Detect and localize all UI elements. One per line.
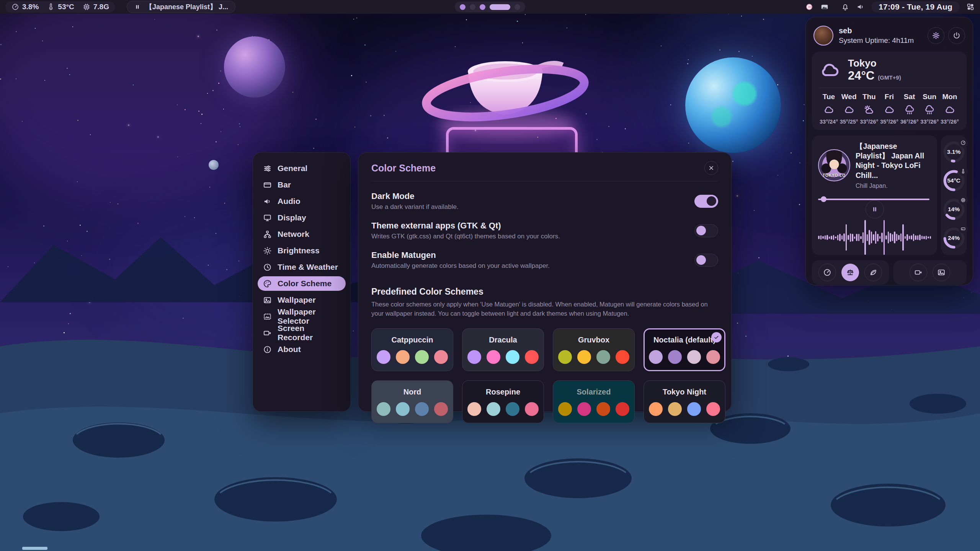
visualizer-bar bbox=[822, 236, 824, 239]
color-dot bbox=[506, 402, 519, 416]
workspace-dot-3[interactable] bbox=[480, 4, 485, 10]
visualizer-bar bbox=[888, 231, 889, 243]
visualizer-bar bbox=[898, 235, 900, 240]
toggle-description: Writes GTK (gtk.css) and Qt (qt6ct) them… bbox=[371, 233, 560, 240]
clock[interactable]: 17:09 - Tue, 19 Aug bbox=[872, 1, 959, 13]
sidebar-item-screen-recorder[interactable]: Screen Recorder bbox=[258, 326, 346, 340]
visualizer-bar bbox=[835, 236, 836, 239]
scheme-name: Dracula bbox=[489, 336, 517, 344]
profile-balanced-button[interactable] bbox=[841, 264, 859, 281]
progress-track bbox=[818, 199, 929, 200]
visualizer-bar bbox=[858, 234, 860, 241]
color-dot bbox=[396, 350, 410, 364]
weather-card: Tokyo 24°C (GMT+9) Tue33°/24°Wed35°/25°T… bbox=[812, 52, 967, 130]
bell-icon[interactable] bbox=[841, 3, 849, 11]
enable-matugen-toggle[interactable] bbox=[694, 254, 718, 267]
color-dot bbox=[487, 350, 500, 364]
scheme-card-rosepine[interactable]: Rosepine bbox=[462, 380, 544, 423]
sidebar-item-time-weather[interactable]: Time & Weather bbox=[258, 260, 346, 274]
screen-recorder-button[interactable] bbox=[910, 264, 927, 281]
scheme-card-tokyo-night[interactable]: Tokyo Night bbox=[644, 380, 725, 423]
scheme-card-dracula[interactable]: Dracula bbox=[462, 328, 544, 371]
power-profiles-card bbox=[812, 260, 889, 285]
play-pause-button[interactable] bbox=[866, 200, 884, 218]
scheme-card-gruvbox[interactable]: Gruvbox bbox=[553, 328, 635, 371]
side-panel: seb System Uptime: 4h11m Tokyo 24°C (GMT… bbox=[805, 17, 973, 285]
color-dot bbox=[687, 402, 701, 416]
color-dot bbox=[558, 350, 572, 364]
tray-app-icon[interactable] bbox=[805, 3, 813, 11]
scheme-card-catppuccin[interactable]: Catppuccin bbox=[371, 328, 453, 371]
audio-visualizer bbox=[818, 220, 931, 255]
visualizer-bar bbox=[862, 232, 864, 243]
theme-external-apps-row: Theme external apps (GTK & Qt) Writes GT… bbox=[371, 221, 718, 240]
sidebar-item-bar[interactable]: Bar bbox=[258, 178, 346, 192]
color-dot bbox=[434, 350, 448, 364]
sidebar-item-label: Network bbox=[278, 230, 309, 239]
visualizer-bar bbox=[846, 224, 847, 251]
dialog-title: Color Scheme bbox=[371, 163, 436, 174]
pause-icon bbox=[871, 205, 879, 213]
color-dot bbox=[668, 350, 682, 364]
profile-performance-button[interactable] bbox=[818, 264, 836, 281]
image-icon bbox=[937, 268, 946, 277]
profile-power-saver-button[interactable] bbox=[864, 264, 882, 281]
sidebar-item-display[interactable]: Display bbox=[258, 210, 346, 225]
sidebar-item-wallpaper-selector[interactable]: Wallpaper Selector bbox=[258, 309, 346, 324]
sidebar-item-network[interactable]: Network bbox=[258, 227, 346, 241]
theme-external-apps-toggle[interactable] bbox=[694, 224, 718, 237]
overview-grid-icon[interactable] bbox=[966, 3, 975, 11]
scheme-card-solarized[interactable]: Solarized bbox=[553, 380, 635, 423]
scheme-card-noctalia-default[interactable]: Noctalia (default) bbox=[644, 328, 725, 371]
sidebar-item-wallpaper[interactable]: Wallpaper bbox=[258, 293, 346, 307]
thermometer-icon bbox=[960, 169, 966, 174]
workspace-dot-5[interactable] bbox=[514, 4, 520, 10]
sidebar-item-color-scheme[interactable]: Color Scheme bbox=[258, 276, 346, 291]
settings-button[interactable] bbox=[928, 27, 944, 44]
chip-icon bbox=[960, 197, 966, 203]
media-pill[interactable]: 【Japanese Playlist】 J... bbox=[127, 1, 235, 13]
tray-image-icon[interactable] bbox=[820, 3, 829, 11]
media-title: 【Japanese Playlist】 Japan All Night - To… bbox=[856, 142, 931, 180]
sidebar-item-about[interactable]: About bbox=[258, 342, 346, 357]
visualizer-bar bbox=[921, 236, 923, 239]
color-dot bbox=[396, 402, 410, 416]
workspace-indicator[interactable] bbox=[455, 2, 525, 12]
bar-icon bbox=[263, 181, 272, 189]
power-button[interactable] bbox=[948, 27, 965, 44]
visualizer-bar bbox=[879, 236, 881, 239]
workspace-dot-2[interactable] bbox=[470, 4, 475, 10]
wallpaper-button[interactable] bbox=[933, 264, 950, 281]
color-dot bbox=[506, 350, 519, 364]
system-uptime: System Uptime: 4h11m bbox=[839, 36, 914, 45]
pause-icon bbox=[134, 3, 141, 10]
sidebar-item-audio[interactable]: Audio bbox=[258, 194, 346, 209]
dark-mode-toggle[interactable] bbox=[694, 195, 718, 208]
close-icon bbox=[708, 165, 715, 171]
disk-icon bbox=[960, 226, 966, 231]
color-dot bbox=[668, 402, 682, 416]
sidebar-item-general[interactable]: General bbox=[258, 161, 346, 176]
color-dot bbox=[487, 402, 500, 416]
monitor-icon bbox=[263, 214, 272, 222]
sidebar-item-brightness[interactable]: Brightness bbox=[258, 243, 346, 258]
cpu-usage-value: 3.8% bbox=[22, 3, 39, 11]
close-button[interactable] bbox=[704, 161, 718, 175]
palette-icon bbox=[263, 279, 272, 288]
thermometer-icon bbox=[47, 3, 55, 11]
workspace-dot-4[interactable] bbox=[490, 4, 510, 10]
album-art[interactable]: TOKYO LO bbox=[818, 149, 850, 181]
forecast-temps: 33°/24° bbox=[820, 119, 838, 125]
sidebar-item-label: Screen Recorder bbox=[278, 324, 340, 342]
speaker-icon[interactable] bbox=[856, 3, 865, 11]
cloud-icon bbox=[884, 104, 895, 116]
workspace-dot-1[interactable] bbox=[460, 4, 466, 10]
visualizer-bar bbox=[826, 235, 828, 240]
scheme-name: Gruvbox bbox=[578, 336, 609, 344]
leaf-icon bbox=[869, 268, 877, 277]
visualizer-bar bbox=[902, 224, 904, 251]
visualizer-bar bbox=[911, 235, 912, 240]
color-dot bbox=[577, 402, 591, 416]
scheme-card-nord[interactable]: Nord bbox=[371, 380, 453, 423]
avatar[interactable] bbox=[813, 26, 833, 46]
